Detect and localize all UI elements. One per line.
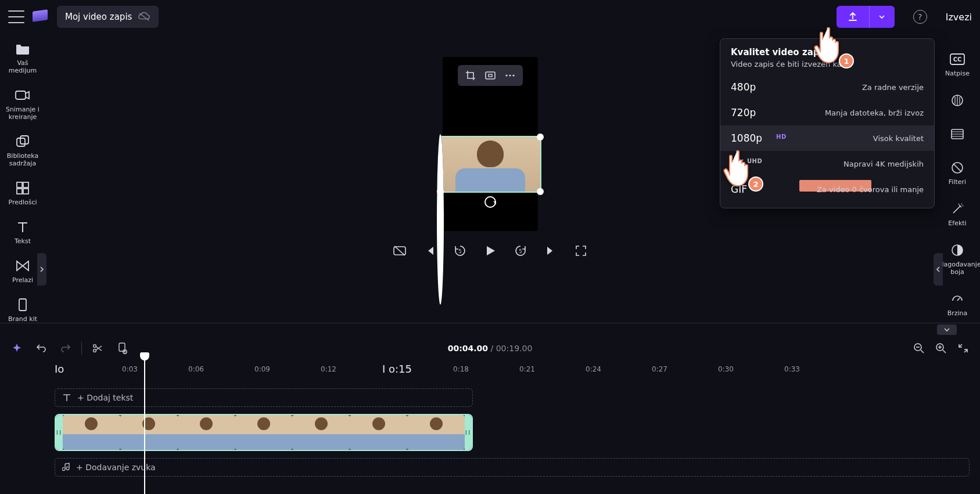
timeline-playhead[interactable]	[144, 356, 145, 494]
resize-handle-br[interactable]	[537, 188, 544, 195]
split-scissors-icon[interactable]	[91, 342, 104, 355]
quality-option-720p[interactable]: 720pManja datoteka, brži izvoz	[720, 100, 934, 125]
fit-icon[interactable]	[482, 67, 498, 84]
svg-point-11	[505, 74, 507, 76]
timeline-panel: 00:04.00 / 00:19.00 Io 0:03 0:06 0:09 0:…	[0, 323, 980, 494]
more-icon[interactable]	[502, 67, 518, 84]
undo-icon[interactable]	[35, 342, 48, 355]
rail-your-media[interactable]: Vaš medijum	[2, 36, 43, 79]
help-button[interactable]: ?	[913, 10, 927, 24]
quality-option-1080p[interactable]: 1080pHDVisok kvalitet	[720, 125, 934, 151]
resize-handle-tr[interactable]	[537, 134, 544, 140]
forward-5-icon[interactable]: 5	[514, 244, 527, 258]
rail-audio[interactable]	[937, 86, 978, 117]
ai-sparkle-icon[interactable]	[10, 342, 23, 355]
quality-option-480p[interactable]: 480pZa radne verzije	[720, 74, 934, 100]
svg-rect-6	[17, 189, 22, 194]
svg-point-30	[94, 349, 96, 352]
left-sidebar: Vaš medijum Snimanje i kreiranje Bibliot…	[0, 34, 45, 323]
clip-thumbnail	[178, 415, 235, 450]
copy-clip-icon[interactable]	[116, 342, 128, 355]
quality-option-gif[interactable]: GIFZa video 0 čvorova ili manje	[720, 176, 934, 202]
rail-content-library[interactable]: Biblioteka sadržaja	[2, 129, 43, 172]
svg-rect-4	[17, 182, 22, 187]
rewind-5-icon[interactable]: 5	[453, 244, 467, 258]
svg-rect-7	[23, 189, 28, 194]
svg-rect-1	[16, 91, 26, 99]
clip-handle-right[interactable]: II	[465, 415, 472, 450]
export-dropdown-toggle[interactable]	[869, 6, 895, 28]
clip-thumbnail	[350, 415, 407, 450]
timeline-tracks: + Dodaj tekst II II + Dodavanje zvuka	[55, 381, 970, 477]
quality-option-4k[interactable]: 4KUHDNapravi 4K medijskih	[720, 151, 934, 176]
timeline-ruler[interactable]: Io 0:03 0:06 0:09 0:12 I o:15 0:18 0:21 …	[55, 360, 970, 381]
skip-forward-icon[interactable]	[544, 244, 558, 258]
video-track-clip[interactable]: II II	[55, 414, 473, 451]
text-icon	[62, 393, 71, 402]
project-title[interactable]: Moj video zapis	[57, 6, 159, 28]
rail-speed[interactable]: Brzina	[937, 285, 978, 323]
text-track-placeholder[interactable]: + Dodaj tekst	[55, 388, 473, 407]
play-icon[interactable]	[483, 244, 497, 258]
fullscreen-icon[interactable]	[574, 244, 588, 258]
project-title-text: Moj video zapis	[65, 12, 132, 22]
rail-record-create[interactable]: Snimanje i kreiranje	[2, 82, 43, 125]
rail-templates[interactable]: Predlošci	[2, 175, 43, 211]
svg-rect-10	[489, 74, 492, 77]
svg-text:5: 5	[458, 249, 461, 254]
svg-point-12	[509, 74, 511, 76]
export-dd-title: Kvalitet video zapisa	[731, 47, 924, 57]
preview-off-icon[interactable]	[393, 244, 407, 258]
selected-clip[interactable]	[439, 136, 541, 193]
text-icon	[15, 219, 31, 235]
rail-color-adjust[interactable]: Prilagođavanje boja	[937, 236, 978, 282]
svg-rect-3	[20, 136, 28, 144]
svg-rect-2	[17, 138, 25, 146]
svg-line-39	[943, 350, 946, 353]
rail-brand-kit[interactable]: Brand kit	[2, 292, 43, 327]
rail-filters[interactable]: Filteri	[937, 154, 978, 192]
audio-levels-icon	[949, 92, 965, 109]
reset-rotation-icon[interactable]	[484, 196, 496, 208]
menu-button[interactable]	[8, 10, 24, 23]
rail-text[interactable]: Tekst	[2, 214, 43, 250]
export-dd-subtitle: Video zapis će biti izvezen kao	[731, 60, 924, 68]
export-label[interactable]: Izvezi	[946, 12, 972, 23]
rail-effects[interactable]: Efekti	[937, 195, 978, 233]
resize-handle-tl[interactable]	[437, 134, 444, 305]
audio-track-placeholder[interactable]: + Dodavanje zvuka	[55, 458, 970, 477]
export-button[interactable]	[837, 6, 895, 28]
right-rail-expand[interactable]	[934, 253, 943, 286]
svg-rect-9	[486, 72, 495, 79]
svg-line-35	[921, 350, 924, 353]
clip-handle-left[interactable]: II	[56, 415, 63, 450]
cloud-sync-off-icon	[138, 12, 150, 22]
crop-icon[interactable]	[462, 67, 479, 84]
rail-captions[interactable]: CC Natpise	[937, 45, 978, 83]
brandkit-icon	[15, 297, 31, 313]
folder-icon	[15, 41, 31, 57]
templates-icon	[15, 180, 31, 196]
app-header: Moj video zapis ? Izvezi	[0, 0, 980, 34]
speed-gauge-icon	[949, 291, 965, 307]
clip-toolbar	[458, 65, 523, 86]
clip-thumbnail	[407, 415, 465, 450]
zoom-in-icon[interactable]	[935, 342, 947, 355]
svg-text:5: 5	[519, 249, 522, 254]
playback-controls: 5 5	[393, 244, 588, 258]
redo-icon[interactable]	[59, 342, 72, 355]
zoom-fit-icon[interactable]	[957, 342, 970, 355]
resize-handle-bl[interactable]	[437, 188, 444, 195]
svg-rect-5	[23, 182, 28, 187]
clip-thumbnail	[235, 415, 293, 450]
svg-line-28	[957, 298, 960, 301]
timeline-collapse-button[interactable]	[937, 324, 957, 335]
export-upload-icon[interactable]	[837, 6, 869, 28]
preview-canvas[interactable]	[443, 57, 538, 231]
timeline-time: 00:04.00 / 00:19.00	[448, 344, 533, 353]
skip-back-icon[interactable]	[423, 244, 437, 258]
zoom-out-icon[interactable]	[913, 342, 925, 355]
svg-text:CC: CC	[953, 56, 962, 63]
transitions-icon	[15, 258, 31, 274]
rail-fade[interactable]	[937, 120, 978, 150]
